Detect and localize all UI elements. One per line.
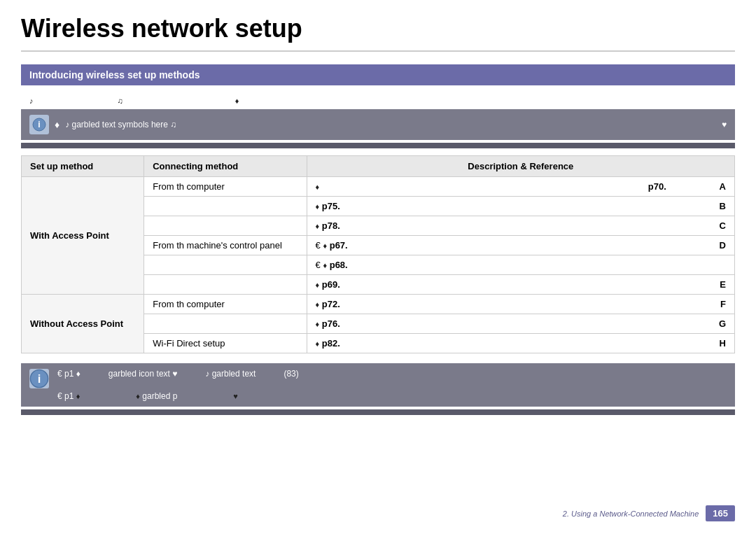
- bottom-bar-row-2: € p1 ♦ ♦ garbled p ♥: [29, 391, 727, 401]
- connecting-control-panel: From th machine's control panel: [144, 236, 307, 255]
- connecting-empty-2: [144, 216, 307, 236]
- bottom-info-icon: i: [29, 369, 49, 388]
- desc-c: ♦ p78. C: [307, 216, 734, 236]
- page-container: Wireless network setup Introducing wirel…: [0, 0, 756, 443]
- info-bar-text: ♪ garbled text symbols here ♫: [65, 120, 716, 129]
- desc-b: ♦ p75. B: [307, 197, 734, 216]
- footer-page-number: 165: [706, 505, 735, 521]
- garbled-icon-3: ♦: [235, 97, 239, 105]
- footer: 2. Using a Network-Connected Machine 165: [563, 505, 735, 521]
- connecting-from-computer-1: From th computer: [144, 177, 307, 197]
- bottom-text-6: ♦ garbled p: [136, 391, 177, 401]
- bottom-text-7: ♥: [233, 391, 238, 401]
- bottom-text-1: € p1 ♦: [57, 369, 80, 379]
- bottom-text-3: ♪ garbled text: [205, 369, 255, 379]
- bottom-bar-content-1: € p1 ♦ garbled icon text ♥ ♪ garbled tex…: [57, 369, 299, 379]
- desc-f: ♦ p72. F: [307, 295, 734, 314]
- desc-d: € ♦ p67. D: [307, 236, 734, 255]
- bottom-bar-row-1: i € p1 ♦ garbled icon text ♥ ♪ garbled t…: [29, 369, 727, 388]
- desc-e: ♦ p69. E: [307, 275, 734, 295]
- info-svg-icon: i: [32, 118, 46, 132]
- svg-text:i: i: [38, 120, 40, 129]
- setup-table: Set up method Connecting method Descript…: [21, 155, 735, 353]
- garbled-icon-1: ♪: [29, 97, 34, 105]
- info-bar-bottom-bar: [21, 143, 735, 148]
- bottom-svg-icon: i: [29, 369, 49, 388]
- connecting-empty-1: [144, 197, 307, 216]
- col-header-connecting: Connecting method: [144, 156, 307, 177]
- bottom-text-4: (83): [284, 369, 298, 379]
- section-header: Introducing wireless set up methods: [21, 64, 735, 85]
- desc-d2: € ♦ p68.: [307, 255, 734, 275]
- info-bar-right-text: ♥: [722, 120, 727, 129]
- connecting-empty-5: [144, 314, 307, 334]
- footer-text: 2. Using a Network-Connected Machine: [563, 510, 699, 518]
- method-without-access: Without Access Point: [22, 295, 144, 353]
- bottom-dark-bar: [21, 409, 735, 415]
- info-bar-top: i ♦ ♪ garbled text symbols here ♫ ♥: [21, 109, 735, 140]
- garbled-icon-2: ♫: [118, 97, 123, 105]
- desc-g: ♦ p76. G: [307, 314, 734, 334]
- desc-h: ♦ p82. H: [307, 334, 734, 353]
- table-row: Without Access Point From th computer ♦ …: [22, 295, 735, 314]
- connecting-from-computer-2: From th computer: [144, 295, 307, 314]
- col-header-description: Description & Reference: [307, 156, 734, 177]
- table-header-row: Set up method Connecting method Descript…: [22, 156, 735, 177]
- connecting-empty-4: [144, 275, 307, 295]
- garbled-flag-icon: ♦: [55, 119, 59, 130]
- bottom-text-5: € p1 ♦: [57, 391, 80, 401]
- bottom-bar: i € p1 ♦ garbled icon text ♥ ♪ garbled t…: [21, 363, 735, 407]
- bottom-text-2: garbled icon text ♥: [108, 369, 178, 379]
- info-icon: i: [29, 115, 49, 134]
- top-text-row: ♪ ♫ ♦: [21, 92, 735, 109]
- desc-a: ♦ p70. A: [307, 177, 734, 197]
- connecting-empty-3: [144, 255, 307, 275]
- method-with-access: With Access Point: [22, 177, 144, 295]
- svg-text:i: i: [38, 372, 41, 386]
- col-header-method: Set up method: [22, 156, 144, 177]
- connecting-wifi-direct: Wi-Fi Direct setup: [144, 334, 307, 353]
- table-row: With Access Point From th computer ♦: [22, 177, 735, 197]
- page-title: Wireless network setup: [21, 14, 735, 52]
